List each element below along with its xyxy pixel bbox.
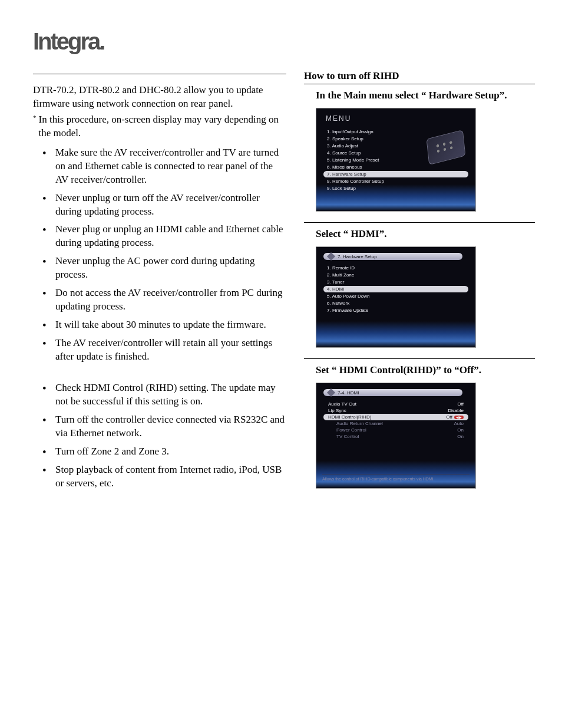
setting-row: TV ControlOn [323, 433, 468, 440]
intro-text: DTR-70.2, DTR-80.2 and DHC-80.2 allow yo… [33, 84, 286, 111]
menu-item: 3. Tuner [323, 279, 468, 285]
list-item: Check HDMI Control (RIHD) setting. The u… [42, 381, 286, 409]
list-item: Turn off the controller device connected… [42, 413, 286, 440]
setting-row: Power ControlOn [323, 427, 468, 433]
setting-row: Lip SyncDisable [323, 407, 468, 414]
setting-row: Audio Return ChannelAuto [323, 420, 468, 427]
brand-logo: Integra. [33, 28, 535, 55]
step-3-text: Set “ HDMI Control(RIHD)” to “Off”. [316, 364, 535, 377]
menu-item: 7. Hardware Setup [323, 171, 468, 177]
footer-hint: Allows the control of RIHD-compatible co… [322, 475, 470, 481]
list-item: Never unplug or turn off the AV receiver… [42, 192, 286, 219]
menu-item: 4. HDMI [323, 286, 468, 292]
bullet-list-b: Check HDMI Control (RIHD) setting. The u… [33, 381, 286, 490]
list-item: Never plug or unplug an HDMI cable and E… [42, 223, 286, 250]
list-item: Stop playback of content from Internet r… [42, 463, 286, 490]
menu-item: 2. Multi Zone [323, 272, 468, 278]
menu-item: 6. Miscellaneous [323, 164, 468, 170]
menu-screenshot-3: 7-4. HDMI Audio TV OutOffLip SyncDisable… [316, 383, 476, 489]
menu-item: 8. Remote Controller Setup [323, 178, 468, 185]
step-1-text: In the Main menu select “ Hardware Setup… [316, 89, 535, 102]
list-item: The AV receiver/controller will retain a… [42, 337, 286, 364]
menu-item: 7. Firmware Update [323, 307, 468, 314]
empty-marker [42, 368, 286, 379]
menu-item: 9. Lock Setup [323, 185, 468, 192]
breadcrumb: 7-4. HDMI [323, 389, 462, 396]
left-column: DTR-70.2, DTR-80.2 and DHC-80.2 allow yo… [33, 70, 286, 499]
list-item: It will take about 30 minutes to update … [42, 318, 286, 332]
step-2-text: Select “ HDMI”. [316, 228, 535, 241]
setting-row: HDMI Control(RIHD)Off◀▶ [323, 414, 468, 420]
bullet-list-a: Make sure the AV receiver/controller and… [33, 146, 286, 364]
divider [304, 84, 535, 84]
breadcrumb-icon [327, 388, 335, 397]
right-column: How to turn off RIHD In the Main menu se… [304, 70, 535, 499]
menu-heading: MENU [326, 114, 468, 123]
menu-item: 1. Remote ID [323, 265, 468, 271]
menu-list: 1. Remote ID2. Multi Zone3. Tuner4. HDMI… [323, 265, 468, 314]
asterisk-note: * In this procedure, on-screen display m… [33, 113, 286, 140]
menu-item: 6. Network [323, 300, 468, 307]
list-item: Make sure the AV receiver/controller and… [42, 146, 286, 187]
divider [304, 222, 535, 223]
breadcrumb: 7. Hardware Setup [323, 253, 462, 260]
list-item: Never unplug the AC power cord during up… [42, 255, 286, 282]
setting-row: Audio TV OutOff [323, 401, 468, 407]
menu-item: 5. Auto Power Down [323, 293, 468, 299]
list-item: Do not access the AV receiver/controller… [42, 286, 286, 314]
breadcrumb-icon [327, 252, 335, 261]
section-title: How to turn off RIHD [304, 70, 535, 82]
divider [304, 358, 535, 359]
list-item: Turn off Zone 2 and Zone 3. [42, 445, 286, 459]
divider [33, 74, 286, 74]
settings-rows: Audio TV OutOffLip SyncDisableHDMI Contr… [323, 401, 468, 440]
menu-screenshot-1: MENU 1. Input/Output Assign2. Speaker Se… [316, 108, 476, 212]
menu-screenshot-2: 7. Hardware Setup 1. Remote ID2. Multi Z… [316, 246, 476, 348]
